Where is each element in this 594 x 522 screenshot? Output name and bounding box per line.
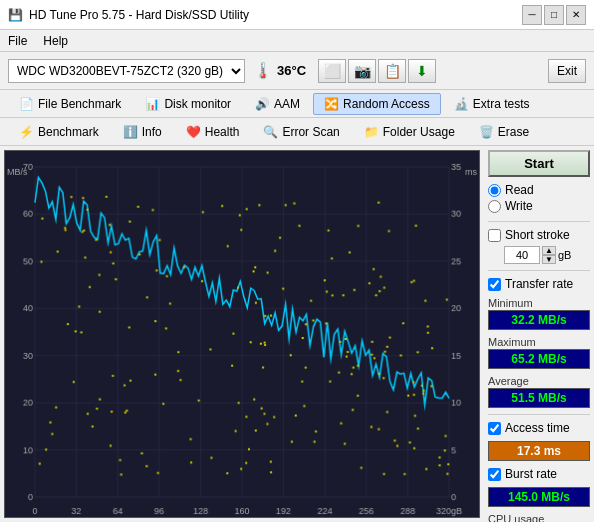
spinbox-up[interactable]: ▲ bbox=[542, 246, 556, 255]
window-controls: ─ □ ✕ bbox=[522, 5, 586, 25]
write-radio[interactable] bbox=[488, 200, 501, 213]
read-radio[interactable] bbox=[488, 184, 501, 197]
tab-file-benchmark[interactable]: 📄 File Benchmark bbox=[8, 93, 132, 115]
average-value: 51.5 MB/s bbox=[488, 388, 590, 408]
erase-icon: 🗑️ bbox=[479, 125, 494, 139]
maximum-value: 65.2 MB/s bbox=[488, 349, 590, 369]
menu-file[interactable]: File bbox=[8, 34, 27, 48]
tab-erase[interactable]: 🗑️ Erase bbox=[468, 121, 540, 143]
disk-monitor-icon: 📊 bbox=[145, 97, 160, 111]
extra-tests-icon: 🔬 bbox=[454, 97, 469, 111]
chart-area bbox=[4, 150, 480, 518]
access-time-checkbox[interactable] bbox=[488, 422, 501, 435]
write-radio-label[interactable]: Write bbox=[488, 199, 590, 213]
maximum-block: Maximum 65.2 MB/s bbox=[488, 336, 590, 369]
read-radio-label[interactable]: Read bbox=[488, 183, 590, 197]
divider-1 bbox=[488, 221, 590, 222]
maximize-button[interactable]: □ bbox=[544, 5, 564, 25]
minimum-value: 32.2 MB/s bbox=[488, 310, 590, 330]
drive-selector[interactable]: WDC WD3200BEVT-75ZCT2 (320 gB) bbox=[8, 59, 245, 83]
short-stroke-checkbox[interactable] bbox=[488, 229, 501, 242]
health-icon: ❤️ bbox=[186, 125, 201, 139]
title-bar: 💾 HD Tune Pro 5.75 - Hard Disk/SSD Utili… bbox=[0, 0, 594, 30]
spinbox-container: ▲ ▼ gB bbox=[504, 246, 590, 264]
tab-disk-monitor[interactable]: 📊 Disk monitor bbox=[134, 93, 242, 115]
short-stroke-label[interactable]: Short stroke bbox=[488, 228, 590, 242]
cpu-usage-block: CPU usage 3.0% bbox=[488, 513, 590, 522]
menu-help[interactable]: Help bbox=[43, 34, 68, 48]
spinbox-down[interactable]: ▼ bbox=[542, 255, 556, 264]
divider-2 bbox=[488, 270, 590, 271]
benchmark-icon: ⚡ bbox=[19, 125, 34, 139]
menu-bar: File Help bbox=[0, 30, 594, 52]
spinbox-buttons: ▲ ▼ bbox=[542, 246, 556, 264]
thermometer-icon: 🌡️ bbox=[253, 61, 273, 80]
spinbox-input[interactable] bbox=[504, 246, 540, 264]
read-write-group: Read Write bbox=[488, 181, 590, 215]
temperature-display: 🌡️ 36°C bbox=[253, 61, 306, 80]
tab-health[interactable]: ❤️ Health bbox=[175, 121, 251, 143]
info-icon: ℹ️ bbox=[123, 125, 138, 139]
tab-folder-usage[interactable]: 📁 Folder Usage bbox=[353, 121, 466, 143]
temperature-value: 36°C bbox=[277, 63, 306, 78]
minimize-button[interactable]: ─ bbox=[522, 5, 542, 25]
access-time-label[interactable]: Access time bbox=[488, 421, 590, 435]
tab-benchmark[interactable]: ⚡ Benchmark bbox=[8, 121, 110, 143]
exit-button[interactable]: Exit bbox=[548, 59, 586, 83]
icon-btn-1[interactable]: ⬜ bbox=[318, 59, 346, 83]
tab-extra-tests[interactable]: 🔬 Extra tests bbox=[443, 93, 541, 115]
nav-row1: 📄 File Benchmark 📊 Disk monitor 🔊 AAM 🔀 … bbox=[0, 90, 594, 118]
burst-rate-checkbox[interactable] bbox=[488, 468, 501, 481]
tab-random-access[interactable]: 🔀 Random Access bbox=[313, 93, 441, 115]
right-panel: Start Read Write Short stroke ▲ ▼ bbox=[484, 146, 594, 522]
divider-3 bbox=[488, 414, 590, 415]
icon-btn-2[interactable]: 📷 bbox=[348, 59, 376, 83]
main-content: Start Read Write Short stroke ▲ ▼ bbox=[0, 146, 594, 522]
burst-rate-block: 145.0 MB/s bbox=[488, 487, 590, 507]
access-time-block: 17.3 ms bbox=[488, 441, 590, 461]
error-scan-icon: 🔍 bbox=[263, 125, 278, 139]
start-button[interactable]: Start bbox=[488, 150, 590, 177]
tab-aam[interactable]: 🔊 AAM bbox=[244, 93, 311, 115]
folder-usage-icon: 📁 bbox=[364, 125, 379, 139]
burst-rate-value: 145.0 MB/s bbox=[488, 487, 590, 507]
burst-rate-label[interactable]: Burst rate bbox=[488, 467, 590, 481]
aam-icon: 🔊 bbox=[255, 97, 270, 111]
icon-btn-4[interactable]: ⬇ bbox=[408, 59, 436, 83]
minimum-block: Minimum 32.2 MB/s bbox=[488, 297, 590, 330]
tab-error-scan[interactable]: 🔍 Error Scan bbox=[252, 121, 350, 143]
transfer-rate-label[interactable]: Transfer rate bbox=[488, 277, 590, 291]
app-icon: 💾 bbox=[8, 8, 23, 22]
close-button[interactable]: ✕ bbox=[566, 5, 586, 25]
random-access-icon: 🔀 bbox=[324, 97, 339, 111]
file-benchmark-icon: 📄 bbox=[19, 97, 34, 111]
icon-btn-3[interactable]: 📋 bbox=[378, 59, 406, 83]
transfer-rate-checkbox[interactable] bbox=[488, 278, 501, 291]
toolbar: WDC WD3200BEVT-75ZCT2 (320 gB) 🌡️ 36°C ⬜… bbox=[0, 52, 594, 90]
nav-row2: ⚡ Benchmark ℹ️ Info ❤️ Health 🔍 Error Sc… bbox=[0, 118, 594, 146]
average-block: Average 51.5 MB/s bbox=[488, 375, 590, 408]
chart-canvas bbox=[5, 151, 479, 517]
window-title: HD Tune Pro 5.75 - Hard Disk/SSD Utility bbox=[29, 8, 249, 22]
tab-info[interactable]: ℹ️ Info bbox=[112, 121, 173, 143]
access-time-value: 17.3 ms bbox=[488, 441, 590, 461]
